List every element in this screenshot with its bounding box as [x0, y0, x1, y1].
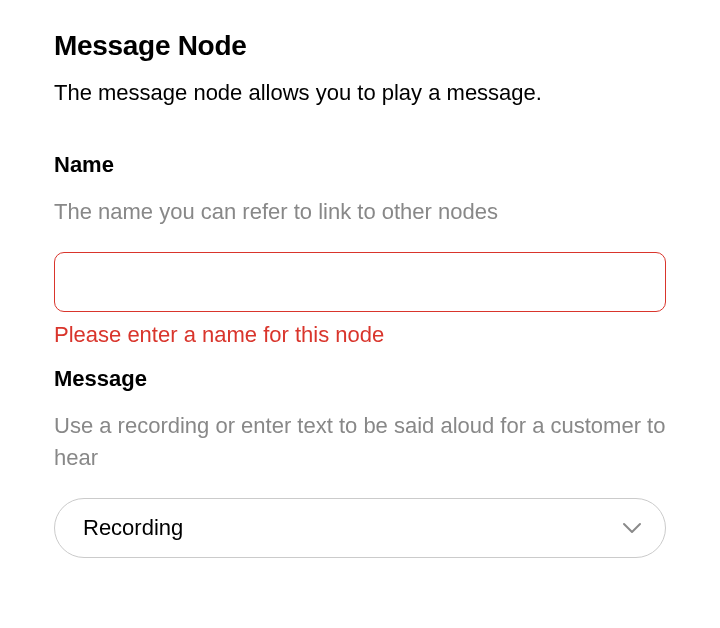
page-title: Message Node — [54, 30, 666, 62]
name-hint: The name you can refer to link to other … — [54, 196, 666, 228]
message-select-wrapper: Recording — [54, 498, 666, 558]
page-description: The message node allows you to play a me… — [54, 80, 666, 106]
message-select[interactable]: Recording — [54, 498, 666, 558]
message-label: Message — [54, 366, 666, 392]
name-field-group: Name The name you can refer to link to o… — [54, 152, 666, 348]
name-error-text: Please enter a name for this node — [54, 322, 666, 348]
message-select-value: Recording — [83, 515, 183, 541]
name-label: Name — [54, 152, 666, 178]
message-hint: Use a recording or enter text to be said… — [54, 410, 666, 474]
name-input[interactable] — [54, 252, 666, 312]
message-field-group: Message Use a recording or enter text to… — [54, 366, 666, 558]
